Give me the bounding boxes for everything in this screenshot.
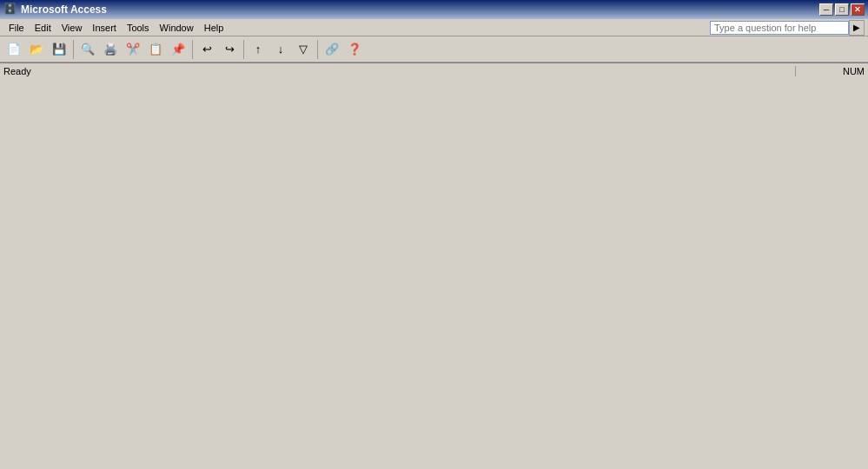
- help-box: ▶: [710, 20, 865, 36]
- menu-file[interactable]: File: [3, 21, 30, 35]
- open-button[interactable]: 📂: [26, 39, 47, 60]
- cut-button[interactable]: ✂️: [123, 39, 143, 60]
- menu-bar: File Edit View Insert Tools Window Help …: [0, 19, 868, 36]
- sort-desc-button[interactable]: ↓: [270, 39, 291, 60]
- status-bar: Ready NUM: [0, 63, 868, 78]
- toolbar-separator-4: [317, 40, 318, 59]
- relationships-button[interactable]: 🔗: [321, 39, 342, 60]
- filter-button[interactable]: ▽: [293, 39, 314, 60]
- app-close-button[interactable]: ✕: [851, 3, 865, 16]
- app-maximize-button[interactable]: □: [835, 3, 849, 16]
- copy-button[interactable]: 📋: [145, 39, 166, 60]
- undo-button[interactable]: ↩: [196, 39, 217, 60]
- menu-insert[interactable]: Insert: [87, 21, 122, 35]
- menu-tools[interactable]: Tools: [122, 21, 155, 35]
- app-title-bar: 🗄️ Microsoft Access ─ □ ✕: [0, 0, 868, 19]
- search-button[interactable]: 🔍: [77, 39, 98, 60]
- paste-button[interactable]: 📌: [168, 39, 189, 60]
- help-search-button[interactable]: ▶: [849, 20, 865, 36]
- menu-window[interactable]: Window: [155, 21, 199, 35]
- menu-view[interactable]: View: [56, 21, 88, 35]
- app-icon: 🗄️: [3, 3, 17, 17]
- redo-button[interactable]: ↪: [219, 39, 240, 60]
- app-minimize-button[interactable]: ─: [819, 3, 833, 16]
- print-button[interactable]: 🖨️: [100, 39, 121, 60]
- save-button[interactable]: 💾: [49, 39, 70, 60]
- app-title: Microsoft Access: [21, 3, 819, 16]
- menu-help[interactable]: Help: [199, 21, 229, 35]
- help-input[interactable]: [710, 21, 849, 35]
- main-toolbar: 📄 📂 💾 🔍 🖨️ ✂️ 📋 📌 ↩ ↪ ↑ ↓ ▽ 🔗 ❓: [0, 36, 868, 63]
- toolbar-separator-3: [243, 40, 244, 59]
- toolbar-separator-2: [192, 40, 193, 59]
- app-window-controls: ─ □ ✕: [819, 3, 865, 16]
- new-button[interactable]: 📄: [3, 39, 24, 60]
- status-text: Ready: [3, 66, 792, 76]
- menu-edit[interactable]: Edit: [30, 21, 56, 35]
- sort-asc-button[interactable]: ↑: [248, 39, 268, 60]
- status-num: NUM: [795, 66, 865, 76]
- help-button[interactable]: ❓: [344, 39, 365, 60]
- toolbar-separator-1: [73, 40, 74, 59]
